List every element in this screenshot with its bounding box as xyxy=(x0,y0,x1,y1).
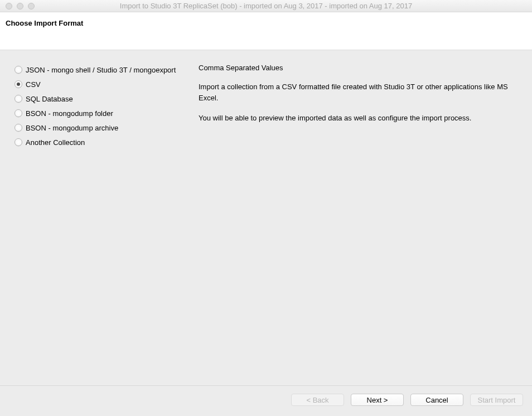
description-p1: Import a collection from a CSV formatted… xyxy=(199,81,518,104)
start-import-button: Start Import xyxy=(470,394,523,406)
radio-label: BSON - mongodump archive xyxy=(26,124,118,132)
radio-icon xyxy=(14,66,22,74)
content: JSON - mongo shell / Studio 3T / mongoex… xyxy=(0,50,532,162)
radio-icon xyxy=(14,95,22,103)
radio-label: SQL Database xyxy=(26,95,73,103)
minimize-window-icon[interactable] xyxy=(17,3,23,9)
import-format-radio[interactable]: Another Collection xyxy=(14,135,199,149)
zoom-window-icon[interactable] xyxy=(28,3,35,9)
radio-label: BSON - mongodump folder xyxy=(26,109,113,118)
import-format-radio[interactable]: CSV xyxy=(14,77,199,91)
page-title: Choose Import Format xyxy=(6,19,526,27)
back-button: < Back xyxy=(291,394,344,406)
radio-label: CSV xyxy=(26,80,41,89)
description-panel: Comma Separated Values Import a collecti… xyxy=(199,62,518,149)
radio-icon xyxy=(14,109,22,117)
window-title: Import to Studio 3T ReplicaSet (bob) - i… xyxy=(0,2,532,10)
radio-label: Another Collection xyxy=(26,138,85,147)
import-format-radio[interactable]: BSON - mongodump folder xyxy=(14,106,199,120)
next-button[interactable]: Next > xyxy=(351,394,404,406)
description-title: Comma Separated Values xyxy=(199,62,518,74)
close-window-icon[interactable] xyxy=(6,3,12,9)
import-format-radio[interactable]: SQL Database xyxy=(14,91,199,106)
cancel-button[interactable]: Cancel xyxy=(410,394,463,406)
traffic-lights xyxy=(0,3,35,9)
titlebar: Import to Studio 3T ReplicaSet (bob) - i… xyxy=(0,0,532,12)
description-p2: You will be able to preview the imported… xyxy=(199,113,518,124)
header: Choose Import Format xyxy=(0,12,532,50)
import-format-radio[interactable]: JSON - mongo shell / Studio 3T / mongoex… xyxy=(14,62,199,77)
radio-icon xyxy=(14,80,22,88)
radio-icon xyxy=(14,124,22,132)
radio-icon xyxy=(14,138,22,146)
radio-label: JSON - mongo shell / Studio 3T / mongoex… xyxy=(26,66,176,74)
footer: < Back Next > Cancel Start Import xyxy=(0,385,532,416)
import-format-options: JSON - mongo shell / Studio 3T / mongoex… xyxy=(14,62,199,149)
import-format-radio[interactable]: BSON - mongodump archive xyxy=(14,120,199,135)
